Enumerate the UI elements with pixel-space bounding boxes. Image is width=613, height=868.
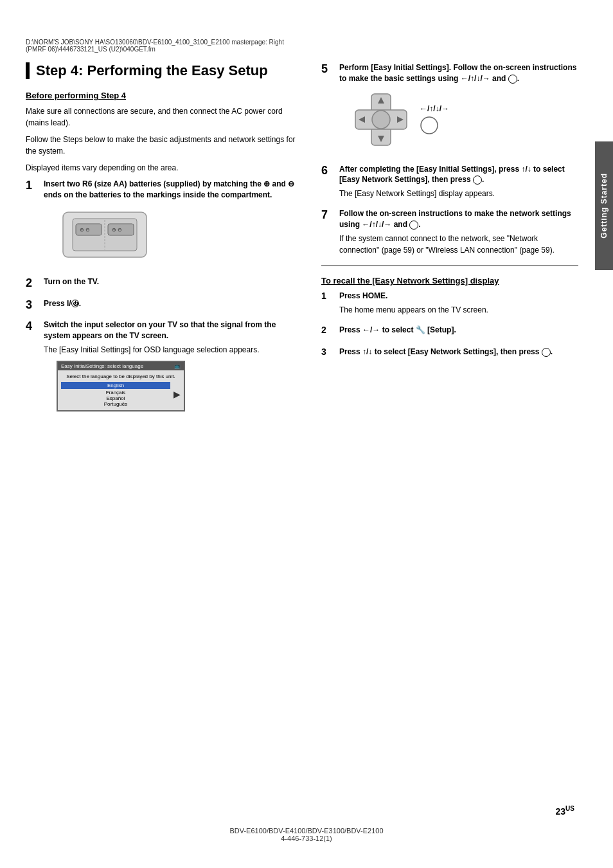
step-3: 3 Press I/⏻. xyxy=(26,298,296,312)
step-6: 6 After completing the [Easy Initial Set… xyxy=(321,164,578,200)
recall-step-3-content: Press ↑/↓ to select [Easy Network Settin… xyxy=(339,347,578,360)
recall-heading: To recall the [Easy Network Settings] di… xyxy=(321,276,578,285)
right-column: 5 Perform [Easy Initial Settings]. Follo… xyxy=(321,62,578,424)
step-7-title: Follow the on-screen instructions to mak… xyxy=(339,208,578,230)
osd-option-2: Français xyxy=(61,390,170,395)
step-7-number: 7 xyxy=(321,208,334,256)
enter-circle-5 xyxy=(508,75,517,84)
footer: BDV-E6100/BDV-E4100/BDV-E3100/BDV-E2100 … xyxy=(0,827,613,842)
step-3-number: 3 xyxy=(26,298,39,312)
page-number: 23US xyxy=(556,805,574,817)
step-4-title: Switch the input selector on your TV so … xyxy=(44,320,296,341)
step-5: 5 Perform [Easy Initial Settings]. Follo… xyxy=(321,62,578,155)
footer-line1: BDV-E6100/BDV-E4100/BDV-E3100/BDV-E2100 xyxy=(0,827,613,835)
enter-circle-7 xyxy=(409,221,418,230)
step-6-content: After completing the [Easy Initial Setti… xyxy=(339,164,578,200)
before-para1: Make sure all connections are secure, an… xyxy=(26,105,296,129)
enter-circle-6 xyxy=(473,176,482,185)
dpad-arrows-label: ←/↑/↓/→ xyxy=(420,104,449,113)
step-2-title: Turn on the TV. xyxy=(44,276,296,287)
step-5-content: Perform [Easy Initial Settings]. Follow … xyxy=(339,62,578,155)
recall-section: To recall the [Easy Network Settings] di… xyxy=(321,276,578,360)
svg-text:⊕  ⊖: ⊕ ⊖ xyxy=(112,227,122,233)
osd-title: Easy InitialSettings: select language xyxy=(61,363,143,369)
section-heading-before: Before performing Step 4 xyxy=(26,91,296,100)
recall-step-3-number: 3 xyxy=(321,347,334,360)
file-path-line1: D:\NORM'S JOB\SONY HA\SO130060\BDV-E6100… xyxy=(26,39,587,46)
step-3-content: Press I/⏻. xyxy=(44,298,296,312)
osd-selected-option: English xyxy=(61,382,170,389)
svg-text:⊕  ⊖: ⊕ ⊖ xyxy=(80,227,90,233)
step-4: 4 Switch the input selector on your TV s… xyxy=(26,320,296,417)
recall-step-1-number: 1 xyxy=(321,291,334,316)
recall-step-2-number: 2 xyxy=(321,325,334,338)
file-path: D:\NORM'S JOB\SONY HA\SO130060\BDV-E6100… xyxy=(26,39,587,56)
recall-step-3: 3 Press ↑/↓ to select [Easy Network Sett… xyxy=(321,347,578,360)
recall-step-1: 1 Press HOME. The home menu appears on t… xyxy=(321,291,578,316)
step-1-number: 1 xyxy=(26,179,39,269)
before-para3: Displayed items vary depending on the ar… xyxy=(26,162,296,174)
recall-step-1-title: Press HOME. xyxy=(339,291,578,302)
step-5-number: 5 xyxy=(321,62,334,155)
page-number-sup: US xyxy=(565,805,574,812)
step-1: 1 Insert two R6 (size AA) batteries (sup… xyxy=(26,179,296,269)
step-3-title: Press I/⏻. xyxy=(44,298,296,309)
enter-button-svg xyxy=(420,116,439,135)
step-4-content: Switch the input selector on your TV so … xyxy=(44,320,296,417)
recall-step-3-title: Press ↑/↓ to select [Easy Network Settin… xyxy=(339,347,578,357)
osd-icon: 📺 xyxy=(174,363,181,369)
main-content: Step 4: Performing the Easy Setup Before… xyxy=(26,62,587,424)
step-2: 2 Turn on the TV. xyxy=(26,276,296,291)
sidebar-tab-label: Getting Started xyxy=(600,173,609,239)
step-7-body: If the system cannot connect to the netw… xyxy=(339,233,578,256)
step-1-content: Insert two R6 (size AA) batteries (suppl… xyxy=(44,179,296,269)
dpad-svg-5 xyxy=(352,91,410,149)
step-2-content: Turn on the TV. xyxy=(44,276,296,291)
step-6-body: The [Easy Network Settings] display appe… xyxy=(339,188,578,199)
left-column: Step 4: Performing the Easy Setup Before… xyxy=(26,62,296,424)
page-container: Getting Started D:\NORM'S JOB\SONY HA\SO… xyxy=(0,0,613,868)
step-6-number: 6 xyxy=(321,164,334,200)
before-para2: Follow the Steps below to make the basic… xyxy=(26,134,296,157)
dpad-labels: ←/↑/↓/→ xyxy=(420,104,449,135)
page-number-value: 23 xyxy=(556,806,566,817)
divider xyxy=(321,266,578,266)
step-4-body: The [Easy Initial Settings] for OSD lang… xyxy=(44,344,296,356)
recall-step-1-content: Press HOME. The home menu appears on the… xyxy=(339,291,578,316)
osd-instruction: Select the language to be displayed by t… xyxy=(61,374,181,379)
enter-circle-recall-3 xyxy=(542,348,551,357)
recall-step-2-title: Press ←/→ to select 🔧 [Setup]. xyxy=(339,325,578,336)
step-7-content: Follow the on-screen instructions to mak… xyxy=(339,208,578,256)
step-4-number: 4 xyxy=(26,320,39,417)
step-7: 7 Follow the on-screen instructions to m… xyxy=(321,208,578,256)
osd-option-3: Español xyxy=(61,395,170,401)
osd-scroll-arrow: ▶ xyxy=(173,389,181,399)
page-title: Step 4: Performing the Easy Setup xyxy=(26,62,296,79)
battery-illustration: ⊕ ⊖ ⊕ ⊖ xyxy=(44,206,296,264)
svg-point-9 xyxy=(372,111,390,129)
step-6-title: After completing the [Easy Initial Setti… xyxy=(339,164,578,186)
osd-screen-illustration: Easy InitialSettings: select language 📺 … xyxy=(57,361,296,411)
recall-step-1-body: The home menu appears on the TV screen. xyxy=(339,304,578,316)
osd-option-4: Português xyxy=(61,401,170,407)
recall-step-2: 2 Press ←/→ to select 🔧 [Setup]. xyxy=(321,325,578,338)
svg-point-14 xyxy=(421,117,438,134)
step-1-title: Insert two R6 (size AA) batteries (suppl… xyxy=(44,179,296,201)
step-5-title: Perform [Easy Initial Settings]. Follow … xyxy=(339,62,578,84)
sidebar-tab: Getting Started xyxy=(595,141,613,270)
dpad-illustration-5: ←/↑/↓/→ xyxy=(352,91,578,149)
file-path-line2: (PMRF 06)\4446733121_US (U2)\040GET.fm xyxy=(26,46,587,53)
step-2-number: 2 xyxy=(26,276,39,291)
recall-step-2-content: Press ←/→ to select 🔧 [Setup]. xyxy=(339,325,578,338)
footer-line2: 4-446-733-12(1) xyxy=(0,835,613,842)
